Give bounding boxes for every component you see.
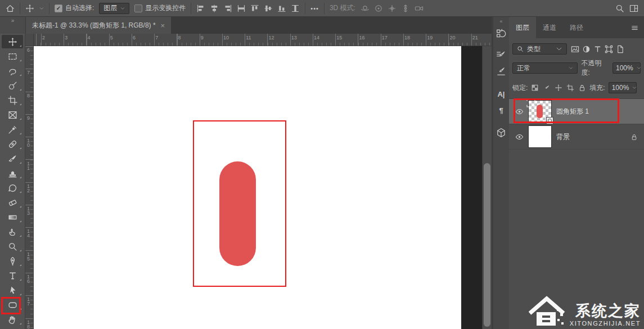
align-right-icon[interactable] xyxy=(223,4,232,13)
canvas[interactable] xyxy=(34,46,461,329)
search-icon[interactable] xyxy=(615,4,624,13)
vertical-scrollbar[interactable] xyxy=(482,46,492,329)
panel-menu-icon[interactable] xyxy=(631,24,639,32)
paragraph-panel-icon[interactable]: ¶ xyxy=(496,105,506,115)
auto-select-checkbox[interactable] xyxy=(55,4,62,12)
eraser-tool[interactable] xyxy=(2,196,23,209)
type-layer-filter-icon[interactable] xyxy=(593,45,602,53)
gradient-tool[interactable] xyxy=(2,210,23,224)
lasso-icon xyxy=(8,66,17,76)
align-bottom-icon[interactable] xyxy=(277,4,286,13)
distribute-h-icon[interactable] xyxy=(237,4,246,13)
brush-tool[interactable] xyxy=(2,152,23,165)
tab-paths[interactable]: 路径 xyxy=(563,17,590,38)
hand-tool[interactable] xyxy=(2,313,23,326)
tools-collapse-button[interactable]: » xyxy=(0,17,26,34)
3d-pan-icon[interactable] xyxy=(388,4,397,13)
home-icon[interactable] xyxy=(6,4,15,13)
pixel-layer-filter-icon[interactable] xyxy=(571,45,579,53)
workspace-switcher-icon[interactable] xyxy=(629,4,638,13)
horizontal-ruler[interactable]: 23456789101112131415161718192021 xyxy=(34,34,492,46)
layer-filter-dropdown[interactable]: 类型 xyxy=(512,43,567,55)
lock-artboard-icon[interactable] xyxy=(566,84,574,92)
dodge-tool[interactable] xyxy=(2,240,23,253)
healing-brush-tool[interactable] xyxy=(2,137,23,151)
distribute-v-icon[interactable] xyxy=(291,4,300,13)
lasso-tool[interactable] xyxy=(2,64,23,78)
brushes-panel-icon[interactable] xyxy=(496,66,506,76)
show-transform-label: 显示变换控件 xyxy=(145,3,186,13)
layer-thumbnail[interactable] xyxy=(529,126,551,147)
smudge-tool[interactable] xyxy=(2,225,23,238)
visibility-eye-icon[interactable] xyxy=(515,133,524,141)
layer-row-rounded-rectangle[interactable]: 圆角矩形 1 xyxy=(509,99,644,124)
fill-dropdown[interactable]: 100% xyxy=(609,82,637,93)
chevron-down-icon xyxy=(569,66,573,70)
align-top-icon[interactable] xyxy=(250,4,259,13)
lock-pixels-icon[interactable] xyxy=(543,84,551,92)
panel-tabs: 图层 通道 路径 xyxy=(509,17,644,38)
shape-layer-filter-icon[interactable] xyxy=(605,45,613,53)
tab-label: 路径 xyxy=(570,23,583,33)
layer-name[interactable]: 圆角矩形 1 xyxy=(556,107,589,116)
lock-label: 锁定: xyxy=(512,83,528,93)
visibility-eye-icon[interactable] xyxy=(515,107,524,116)
align-center-h-icon[interactable] xyxy=(210,4,219,13)
layer-thumbnail[interactable] xyxy=(529,101,551,122)
document-tab[interactable]: 未标题-1 @ 33.3% (圆角矩形 1, RGB/8) * × xyxy=(26,17,171,34)
crop-tool[interactable] xyxy=(2,93,23,107)
smart-object-filter-icon[interactable] xyxy=(616,45,624,53)
vertical-ruler[interactable]: 67891 01 11 21 31 41 51 61 71 8 xyxy=(25,46,34,329)
3d-panel-icon[interactable] xyxy=(496,128,506,138)
scrollbar-thumb[interactable] xyxy=(484,163,490,327)
history-brush-tool[interactable] xyxy=(2,181,23,195)
3d-roll-icon[interactable] xyxy=(374,4,383,13)
3d-slide-icon[interactable] xyxy=(401,4,410,13)
chevron-down-icon xyxy=(632,85,637,90)
auto-select-option[interactable]: 自动选择: xyxy=(55,3,94,13)
lock-all-icon[interactable] xyxy=(578,84,586,92)
rounded-rectangle-tool[interactable] xyxy=(2,298,23,312)
lock-position-icon[interactable] xyxy=(555,84,562,92)
adjustment-layer-filter-icon[interactable] xyxy=(582,45,591,53)
current-tool-move-icon[interactable] xyxy=(25,4,34,13)
lock-transparency-icon[interactable] xyxy=(531,84,539,92)
ruler-number: 1 2 xyxy=(27,184,30,193)
blend-mode-dropdown[interactable]: 正常 xyxy=(512,62,578,74)
pen-tool[interactable] xyxy=(2,254,23,268)
show-transform-option[interactable]: 显示变换控件 xyxy=(134,3,186,13)
path-selection-tool[interactable] xyxy=(2,283,23,297)
layer-row-background[interactable]: 背景 xyxy=(509,124,644,150)
tab-channels[interactable]: 通道 xyxy=(536,17,563,38)
auto-select-target-dropdown[interactable]: 图层 xyxy=(99,3,129,14)
auto-select-label: 自动选择: xyxy=(65,3,94,13)
tool-preset-chevron-icon[interactable] xyxy=(39,6,44,11)
ruler-number: 9 xyxy=(27,116,30,120)
opacity-dropdown[interactable]: 100% xyxy=(613,62,641,74)
clone-stamp-tool[interactable] xyxy=(2,166,23,180)
tab-layers[interactable]: 图层 xyxy=(509,17,536,38)
more-options-icon[interactable]: ••• xyxy=(310,5,319,12)
brush-settings-icon[interactable] xyxy=(496,50,506,60)
eyedropper-tool[interactable] xyxy=(2,123,23,136)
rounded-rectangle-shape[interactable] xyxy=(219,161,256,266)
history-panel-icon[interactable] xyxy=(496,29,506,39)
align-center-v-icon[interactable] xyxy=(264,4,273,13)
align-left-icon[interactable] xyxy=(196,4,205,13)
layer-name[interactable]: 背景 xyxy=(556,132,570,142)
rectangular-marquee-tool[interactable] xyxy=(2,49,23,63)
ruler-number: 1 0 xyxy=(27,138,30,147)
close-tab-icon[interactable]: × xyxy=(161,21,165,30)
frame-tool[interactable] xyxy=(2,108,23,121)
ruler-number: 1 7 xyxy=(27,297,30,306)
character-panel-icon[interactable]: A| xyxy=(496,89,506,99)
type-tool[interactable] xyxy=(2,269,23,282)
3d-camera-icon[interactable] xyxy=(415,4,424,13)
show-transform-checkbox[interactable] xyxy=(134,4,142,12)
move-tool[interactable] xyxy=(2,35,23,48)
healing-brush-icon xyxy=(8,139,17,149)
quick-selection-tool[interactable] xyxy=(2,79,23,92)
ruler-origin-corner[interactable] xyxy=(25,34,34,46)
3d-orbit-icon[interactable] xyxy=(361,4,370,13)
panels-collapse-button[interactable]: « xyxy=(499,17,502,25)
